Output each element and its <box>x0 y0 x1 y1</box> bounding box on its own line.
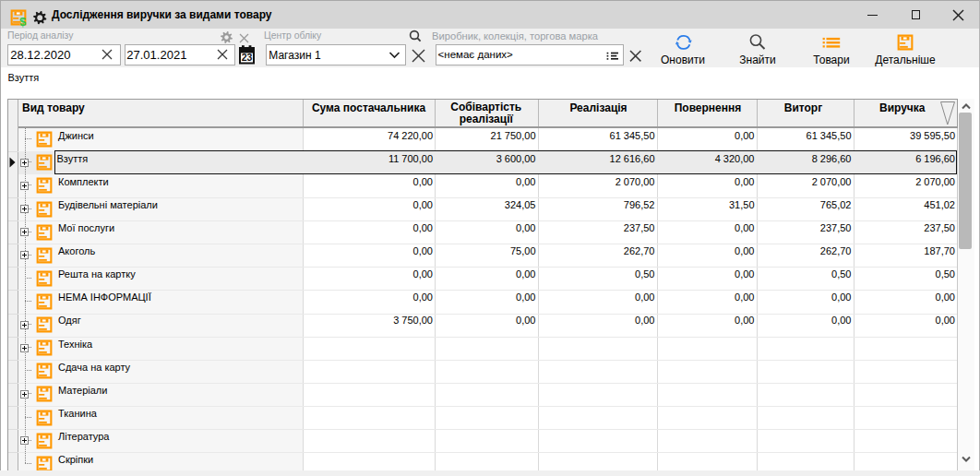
svg-text:23: 23 <box>242 52 253 63</box>
svg-text:$: $ <box>19 16 26 29</box>
